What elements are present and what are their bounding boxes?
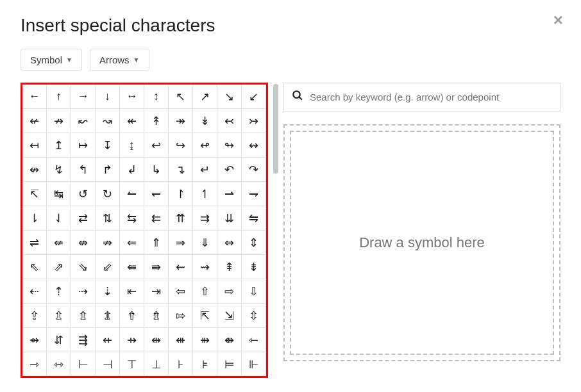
character-cell[interactable]: ⇩ — [242, 279, 266, 304]
character-cell[interactable]: ⊧ — [193, 352, 217, 376]
character-cell[interactable]: ⇘ — [71, 255, 96, 279]
character-cell[interactable]: ↕ — [144, 85, 169, 109]
character-cell[interactable]: ↱ — [96, 158, 120, 182]
character-cell[interactable]: ⇱ — [193, 304, 217, 328]
character-cell[interactable]: ↽ — [144, 182, 169, 206]
character-cell[interactable]: ↳ — [144, 158, 169, 182]
character-cell[interactable]: ⊢ — [71, 352, 96, 376]
character-cell[interactable]: ⇲ — [217, 304, 242, 328]
character-cell[interactable]: ↵ — [193, 158, 217, 182]
character-cell[interactable]: ⇊ — [217, 206, 242, 231]
character-cell[interactable]: ⇥ — [144, 279, 169, 304]
character-cell[interactable]: ⇭ — [96, 304, 120, 328]
character-cell[interactable]: ↪ — [169, 133, 193, 158]
character-cell[interactable]: ⇰ — [169, 304, 193, 328]
character-cell[interactable]: ⇠ — [22, 279, 47, 304]
character-cell[interactable]: ↴ — [169, 158, 193, 182]
character-cell[interactable]: ↜ — [71, 109, 96, 133]
character-cell[interactable]: ↨ — [120, 133, 144, 158]
character-grid-scroll[interactable]: ←↑→↓↔↕↖↗↘↙↚↛↜↝↞↟↠↡↢↣↤↥↦↧↨↩↪↫↬↭↮↯↰↱↲↳↴↵↶↷… — [22, 85, 266, 376]
character-cell[interactable]: ↬ — [217, 133, 242, 158]
draw-symbol-area[interactable]: Draw a symbol here — [283, 124, 560, 361]
character-cell[interactable]: ↷ — [242, 158, 266, 182]
character-cell[interactable]: ↗ — [193, 85, 217, 109]
character-cell[interactable]: ↡ — [193, 109, 217, 133]
character-cell[interactable]: ⇝ — [193, 255, 217, 279]
character-cell[interactable]: ↛ — [47, 109, 71, 133]
character-cell[interactable]: ↿ — [193, 182, 217, 206]
character-cell[interactable]: ↲ — [120, 158, 144, 182]
character-cell[interactable]: ⇔ — [217, 231, 242, 255]
character-cell[interactable]: ↻ — [96, 182, 120, 206]
character-cell[interactable]: ⊥ — [144, 352, 169, 376]
character-cell[interactable]: ↶ — [217, 158, 242, 182]
character-cell[interactable]: ↧ — [96, 133, 120, 158]
character-cell[interactable]: ⇕ — [242, 231, 266, 255]
character-cell[interactable]: ⇾ — [22, 352, 47, 376]
scrollbar-thumb[interactable] — [273, 84, 278, 174]
character-cell[interactable]: ↤ — [22, 133, 47, 158]
character-cell[interactable]: ⇳ — [242, 304, 266, 328]
character-cell[interactable]: ⇎ — [71, 231, 96, 255]
character-cell[interactable]: ↝ — [96, 109, 120, 133]
character-cell[interactable]: ↠ — [169, 109, 193, 133]
character-cell[interactable]: ↖ — [169, 85, 193, 109]
character-cell[interactable]: ⇺ — [169, 328, 193, 352]
character-cell[interactable]: ↢ — [217, 109, 242, 133]
character-cell[interactable]: ↥ — [47, 133, 71, 158]
character-cell[interactable]: ⊣ — [96, 352, 120, 376]
character-cell[interactable]: ⇉ — [193, 206, 217, 231]
character-cell[interactable]: ⇆ — [120, 206, 144, 231]
character-cell[interactable]: ⇜ — [169, 255, 193, 279]
character-cell[interactable]: ⇑ — [144, 231, 169, 255]
character-cell[interactable]: ⊩ — [242, 352, 266, 376]
character-cell[interactable]: ↫ — [193, 133, 217, 158]
character-cell[interactable]: ⇽ — [242, 328, 266, 352]
character-cell[interactable]: ⇴ — [22, 328, 47, 352]
character-cell[interactable]: ⇿ — [47, 352, 71, 376]
character-cell[interactable]: ↔ — [120, 85, 144, 109]
character-cell[interactable]: ⇪ — [22, 304, 47, 328]
character-cell[interactable]: ↹ — [47, 182, 71, 206]
character-cell[interactable]: ↞ — [120, 109, 144, 133]
character-cell[interactable]: ⇏ — [96, 231, 120, 255]
character-cell[interactable]: ⇣ — [96, 279, 120, 304]
character-cell[interactable]: ⇅ — [96, 206, 120, 231]
character-cell[interactable]: ↾ — [169, 182, 193, 206]
character-cell[interactable]: ⇡ — [47, 279, 71, 304]
character-cell[interactable]: ↯ — [47, 158, 71, 182]
character-cell[interactable]: ⇞ — [217, 255, 242, 279]
subcategory-dropdown[interactable]: Arrows ▼ — [90, 49, 149, 71]
character-cell[interactable]: ↟ — [144, 109, 169, 133]
character-cell[interactable]: ⇢ — [71, 279, 96, 304]
character-cell[interactable]: ⇦ — [169, 279, 193, 304]
character-cell[interactable]: ⇯ — [144, 304, 169, 328]
character-cell[interactable]: ⇃ — [47, 206, 71, 231]
character-cell[interactable]: → — [71, 85, 96, 109]
character-cell[interactable]: ⇸ — [120, 328, 144, 352]
character-cell[interactable]: ⇼ — [217, 328, 242, 352]
character-cell[interactable]: ↭ — [242, 133, 266, 158]
character-cell[interactable]: ⊤ — [120, 352, 144, 376]
character-cell[interactable]: ⇍ — [47, 231, 71, 255]
character-cell[interactable]: ⇶ — [71, 328, 96, 352]
character-cell[interactable]: ↸ — [22, 182, 47, 206]
character-cell[interactable]: ⇬ — [71, 304, 96, 328]
character-cell[interactable]: ⇗ — [47, 255, 71, 279]
character-cell[interactable]: ↙ — [242, 85, 266, 109]
character-cell[interactable]: ⇇ — [144, 206, 169, 231]
character-cell[interactable]: ↩ — [144, 133, 169, 158]
character-cell[interactable]: ⇻ — [193, 328, 217, 352]
character-cell[interactable]: ← — [22, 85, 47, 109]
character-cell[interactable]: ⇖ — [22, 255, 47, 279]
character-cell[interactable]: ⇓ — [193, 231, 217, 255]
search-input[interactable] — [310, 92, 552, 102]
character-cell[interactable]: ⇙ — [96, 255, 120, 279]
character-cell[interactable]: ⇌ — [22, 231, 47, 255]
character-cell[interactable]: ↑ — [47, 85, 71, 109]
character-cell[interactable]: ↰ — [71, 158, 96, 182]
character-cell[interactable]: ⇧ — [193, 279, 217, 304]
character-cell[interactable]: ⇟ — [242, 255, 266, 279]
close-icon[interactable]: × — [553, 12, 563, 28]
character-cell[interactable]: ⇄ — [71, 206, 96, 231]
